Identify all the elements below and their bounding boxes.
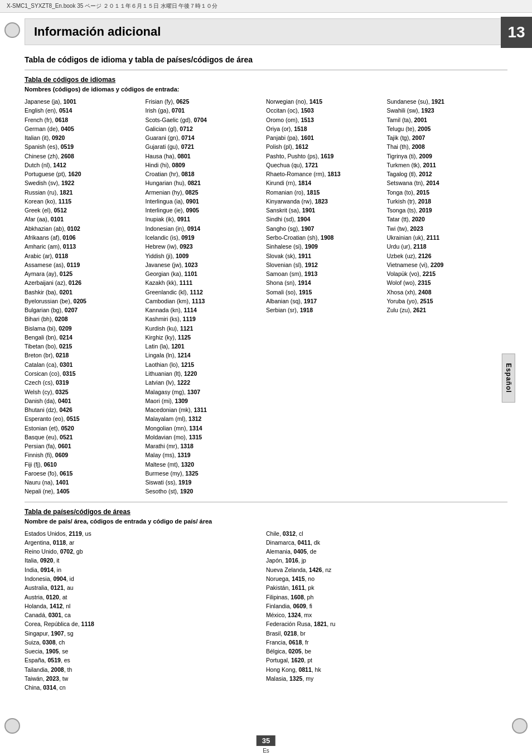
page-lang: Es (263, 748, 269, 754)
list-item: Malay (ms), 1319 (146, 450, 262, 459)
list-item: Bélgica, 0205, be (266, 647, 503, 656)
list-item: Slovak (sk), 1911 (266, 251, 383, 260)
list-item: Slovenian (sl), 1912 (266, 260, 383, 269)
list-item: Thai (th), 2008 (387, 142, 504, 151)
list-item: Swahili (sw), 1923 (387, 106, 504, 115)
list-item: India, 0914, in (25, 565, 262, 574)
list-item: Romanian (ro), 1815 (266, 188, 383, 197)
list-item: Laothian (lo), 1215 (146, 360, 262, 369)
country-table: Estados Unidos, 2119, usArgentina, 0118,… (25, 529, 507, 692)
list-item: España, 0519, es (25, 656, 262, 665)
list-item: Nueva Zelanda, 1426, nz (266, 565, 503, 574)
list-item: Breton (br), 0218 (25, 351, 141, 360)
list-item: Kinyarwanda (rw), 1823 (266, 197, 383, 206)
list-item: Urdu (ur), 2118 (387, 242, 504, 251)
list-item: Kurdish (ku), 1121 (146, 324, 262, 333)
list-item: Catalan (ca), 0301 (25, 360, 141, 369)
list-item: Turkish (tr), 2018 (387, 197, 504, 206)
list-item: Rhaeto-Romance (rm), 1813 (266, 169, 383, 178)
list-item: Japanese (ja), 1001 (25, 97, 141, 106)
section-title: Tabla de códigos de idioma y tabla de pa… (25, 55, 507, 64)
list-item: Korean (ko), 1115 (25, 197, 141, 206)
list-item: Aymara (ay), 0125 (25, 269, 141, 278)
list-item: Suiza, 0308, ch (25, 638, 262, 647)
list-item: Tailandia, 2008, th (25, 665, 262, 674)
list-item: Indonesian (in), 0914 (146, 224, 262, 233)
list-item: Fiji (fj), 0610 (25, 460, 141, 469)
list-item: Persian (fa), 0601 (25, 442, 141, 450)
list-item: Esperanto (eo), 0515 (25, 414, 141, 423)
list-item: Panjabi (pa), 1601 (266, 133, 383, 142)
list-item: Moldavian (mo), 1315 (146, 433, 262, 442)
list-item: Byelorussian (be), 0205 (25, 297, 141, 306)
list-item: Latvian (lv), 1222 (146, 378, 262, 387)
list-item: Occitan (oc), 1503 (266, 106, 383, 115)
list-item: Noruega, 1415, no (266, 574, 503, 583)
list-item: Brasil, 0218, br (266, 629, 503, 638)
list-item: Yoruba (yo), 2515 (387, 297, 504, 306)
list-item: Sesotho (st), 1920 (146, 487, 262, 496)
list-item: Kazakh (kk), 1111 (146, 278, 262, 287)
list-item: Sangho (sg), 1907 (266, 224, 383, 233)
list-item: Suecia, 1905, se (25, 647, 262, 656)
list-item: Sanskrit (sa), 1901 (266, 206, 383, 215)
list-item: Finnish (fi), 0609 (25, 450, 141, 459)
list-item: Afrikaans (af), 0106 (25, 233, 141, 242)
list-item: Pashto, Pushto (ps), 1619 (266, 152, 383, 161)
subsection-italic-2: Nombre de país/ área, códigos de entrada… (25, 518, 507, 525)
country-section: Tabla de países/códigos de áreas Nombre … (25, 508, 507, 692)
list-item: China, 0314, cn (25, 683, 262, 692)
divider-1 (25, 70, 507, 70)
list-item: Oriya (or), 1518 (266, 124, 383, 133)
list-item: Afar (aa), 0101 (25, 215, 141, 224)
list-item: Australia, 0121, au (25, 583, 262, 592)
list-item: Guarani (gn), 0714 (146, 133, 262, 142)
list-item: Ukrainian (uk), 2111 (387, 233, 504, 242)
espanol-tab: Español (502, 353, 515, 403)
list-item: Volapük (vo), 2215 (387, 269, 504, 278)
page-number: 35 (257, 735, 275, 746)
list-item: Bulgarian (bg), 0207 (25, 306, 141, 314)
chapter-badge: 13 (501, 17, 532, 48)
list-item: Russian (ru), 1821 (25, 188, 141, 197)
list-item: Amharic (am), 0113 (25, 242, 141, 251)
list-item: Javanese (jw), 1023 (146, 260, 262, 269)
list-item: Malayalam (ml), 1312 (146, 414, 262, 423)
list-item: Sinhalese (si), 1909 (266, 242, 383, 251)
list-item: Siswati (ss), 1919 (146, 478, 262, 487)
list-item: French (fr), 0618 (25, 115, 141, 124)
list-item: Kannada (kn), 1114 (146, 306, 262, 314)
list-item: English (en), 0514 (25, 106, 141, 115)
language-table: Japanese (ja), 1001English (en), 0514Fre… (25, 97, 507, 496)
list-item: Faroese (fo), 0615 (25, 469, 141, 478)
list-item: Macedonian (mk), 1311 (146, 405, 262, 414)
list-item: Sundanese (su), 1921 (387, 97, 504, 106)
list-item: Azerbaijani (az), 0126 (25, 278, 141, 287)
list-item: Argentina, 0118, ar (25, 538, 262, 547)
country-col-2: Chile, 0312, clDinamarca, 0411, dkAleman… (266, 529, 507, 692)
corner-decoration-bl (4, 718, 20, 734)
list-item: Nauru (na), 1401 (25, 478, 141, 487)
list-item: Hausa (ha), 0801 (146, 152, 262, 161)
list-item: Reino Unido, 0702, gb (25, 547, 262, 556)
list-item: Kashmiri (ks), 1119 (146, 314, 262, 323)
list-item: Interlingue (ie), 0905 (146, 206, 262, 215)
list-item: Hebrew (iw), 0923 (146, 242, 262, 251)
list-item: Portugal, 1620, pt (266, 656, 503, 665)
list-item: Chinese (zh), 2608 (25, 152, 141, 161)
list-item: Icelandic (is), 0919 (146, 233, 262, 242)
list-item: Greek (el), 0512 (25, 206, 141, 215)
list-item: Georgian (ka), 1101 (146, 269, 262, 278)
list-item: Basque (eu), 0521 (25, 433, 141, 442)
list-item: Indonesia, 0904, id (25, 574, 262, 583)
list-item: Tagalog (tl), 2012 (387, 169, 504, 178)
lang-col-4: Sundanese (su), 1921Swahili (sw), 1923Ta… (387, 97, 508, 496)
list-item: Tamil (ta), 2001 (387, 115, 504, 124)
list-item: Assamese (as), 0119 (25, 260, 141, 269)
list-item: Kirundi (rn), 1814 (266, 178, 383, 187)
lang-col-1: Japanese (ja), 1001English (en), 0514Fre… (25, 97, 146, 496)
list-item: Frisian (fy), 0625 (146, 97, 262, 106)
list-item: Turkmen (tk), 2011 (387, 161, 504, 169)
list-item: Abkhazian (ab), 0102 (25, 224, 141, 233)
list-item: Gujarati (gu), 0721 (146, 142, 262, 151)
